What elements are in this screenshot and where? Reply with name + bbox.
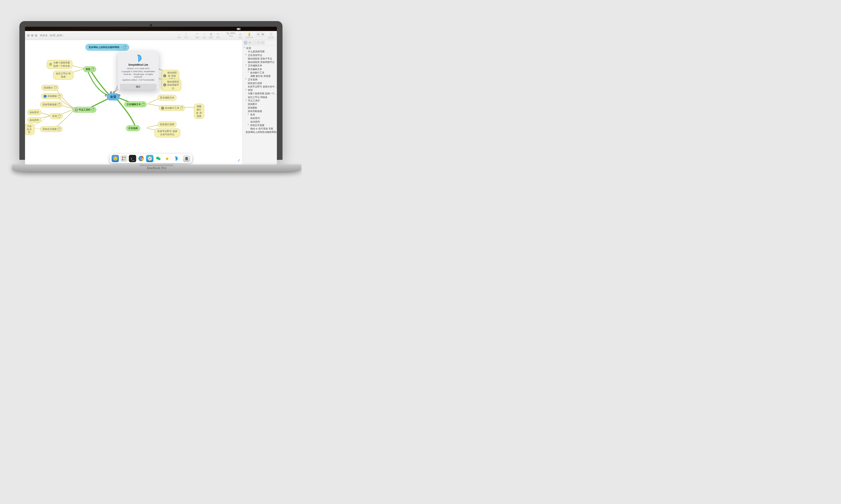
toolbar-segmented[interactable]: ▤▦: [255, 32, 266, 39]
about-ok-button[interactable]: 确定: [120, 84, 157, 90]
node-toolbar[interactable]: ⚙节点工具栏: [72, 107, 97, 113]
node-edit-adjust[interactable]: 调整 换行处 和宽度: [194, 104, 204, 119]
node-select-long[interactable]: 长按节点即可 选择分支中的节点: [154, 128, 180, 138]
about-edition: AppStore edition - Full Functionality: [120, 78, 157, 82]
dock-chrome-icon[interactable]: [138, 155, 145, 162]
toolbar-delete-button[interactable]: 🗑删除: [208, 32, 214, 39]
outline-tree[interactable]: ▾欢迎 什么是思维导图 ▾正在添加节点 拖动或轻按 添加子节点 拖动或轻按 添加…: [243, 46, 277, 135]
about-copyright: Copyright © 2009-2022, ModelMaker Tools …: [120, 70, 157, 78]
toolbar-share-button[interactable]: ⇧共享: [183, 32, 189, 39]
node-layout-free[interactable]: 自由形式: [27, 109, 41, 115]
node-handle-top2[interactable]: ⊕: [113, 91, 115, 93]
external-link-icon: [123, 46, 126, 49]
svg-rect-8: [124, 159, 126, 160]
svg-rect-5: [122, 157, 123, 158]
node-add-sibling[interactable]: ✳拖动或轻按 添加同级节点: [161, 79, 181, 91]
node-layout[interactable]: 布局: [50, 113, 63, 119]
node-crosslink-sub[interactable]: 可添加 关联: [25, 124, 34, 135]
node-tool-img[interactable]: 添加图片: [41, 85, 59, 91]
svg-point-13: [158, 158, 160, 160]
fullscreen-icon[interactable]: ⤢: [237, 158, 240, 162]
panel-tab-4[interactable]: ☑: [257, 41, 260, 44]
dock-trash-icon[interactable]: 🗑: [183, 155, 190, 162]
dock-finder-icon[interactable]: 🙂: [112, 155, 119, 162]
node-type-custom[interactable]: 自定义节点 和线条: [53, 71, 73, 80]
dock-launchpad-icon[interactable]: [120, 155, 128, 162]
svg-rect-6: [124, 157, 126, 158]
external-link-icon: [58, 115, 61, 118]
panel-tab-2[interactable]: ⊞: [248, 41, 252, 44]
dock-wechat-icon[interactable]: [155, 155, 162, 162]
svg-point-15: [158, 158, 158, 158]
about-dialog: SimpleMind Lite Version: 2.0.1 build 267…: [118, 51, 159, 90]
dock-simplemind-icon[interactable]: [172, 155, 179, 162]
node-tool-nav[interactable]: 添加导航链接: [40, 102, 63, 107]
node-edit-double[interactable]: 双击编辑文本: [158, 95, 177, 101]
node-edit-wrap[interactable]: ↩自动换行工具: [159, 105, 185, 111]
wrap-icon: ↩: [161, 107, 164, 110]
external-link-icon: [142, 103, 144, 106]
panel-tab-outline[interactable]: ≡: [244, 41, 247, 44]
macos-dock: 🙂 ›_ 🧭 ◆ 🗑: [110, 154, 192, 163]
node-handle-right[interactable]: ＋: [118, 94, 120, 96]
svg-rect-7: [122, 159, 123, 160]
node-selecting[interactable]: 正在选择: [126, 125, 140, 131]
node-select-tap[interactable]: 轻按进行选择: [158, 122, 177, 127]
battery-icon: [237, 28, 241, 30]
gear-icon: ⚙: [75, 108, 78, 111]
window-zoom-button[interactable]: [35, 34, 37, 37]
outline-panel: ≡ ⊞ □ ☑ ⊟ ▾欢迎 什么是思维导图 ▾正在添加节点 拖动或轻按 添加子节…: [242, 40, 277, 165]
node-handle-top[interactable]: ⋯: [110, 91, 112, 93]
svg-point-14: [157, 158, 157, 158]
external-link-icon: [57, 128, 60, 130]
mindmap-canvas[interactable]: 更多网站上的特色功能和帮助 → 欢迎 ◄ ＋ ⋯ ⊕ 类型 为整个思维导图 选择…: [25, 40, 242, 165]
toolbar-brainstorm-button[interactable]: 💡头脑风暴: [244, 32, 254, 39]
external-link-icon: [58, 95, 61, 97]
document-title: 未命名（欢迎_副本）: [40, 34, 65, 37]
toolbar-add-button[interactable]: ＋添加: [201, 32, 207, 39]
toolbar-save-button[interactable]: ⌵保存: [176, 32, 182, 39]
panel-tab-5[interactable]: ⊟: [261, 41, 264, 44]
svg-point-16: [158, 159, 159, 159]
info-icon: i: [44, 95, 47, 98]
svg-point-11: [140, 158, 142, 159]
plus-icon: ＋: [163, 74, 166, 77]
about-app-name: SimpleMind Lite: [120, 63, 157, 66]
app-logo-icon: [134, 54, 142, 62]
dock-sketch-icon[interactable]: ◆: [164, 155, 171, 162]
asterisk-icon: ✳: [163, 83, 166, 86]
external-link-icon: [180, 107, 183, 109]
dock-terminal-icon[interactable]: ›_: [129, 155, 136, 162]
node-handle-left[interactable]: ◄: [105, 94, 107, 96]
node-editing[interactable]: 正在编辑文本: [124, 102, 147, 107]
app-window: 未命名（欢迎_副本） ⌵保存 ⇧共享 ↶撤销 ＋添加 🗑删除 ⇆布局 🔍100%…: [25, 31, 277, 165]
window-minimize-button[interactable]: [31, 34, 33, 37]
toolbar-inspector-button[interactable]: ☰检查器: [267, 32, 275, 39]
node-type-style[interactable]: 为整个思维导图 选择一个样式表: [47, 60, 72, 69]
window-titlebar: 未命名（欢迎_副本） ⌵保存 ⇧共享 ↶撤销 ＋添加 🗑删除 ⇆布局 🔍100%…: [25, 31, 277, 40]
about-version: Version: 2.0.1 build 2675: [120, 67, 157, 70]
svg-point-17: [159, 159, 160, 159]
external-link-icon: [91, 68, 94, 71]
toolbar-layout-button[interactable]: ⇆布局: [215, 32, 221, 39]
node-layout-auto[interactable]: 自动排列: [27, 117, 41, 123]
toolbar-zoom-button[interactable]: 🔍100% 缩放: [226, 32, 236, 37]
panel-tab-3[interactable]: □: [253, 41, 256, 44]
node-type[interactable]: 类型: [83, 66, 96, 72]
dock-safari-icon[interactable]: 🧭: [146, 155, 154, 162]
window-close-button[interactable]: [27, 34, 30, 37]
toolbar-undo-button[interactable]: ↶撤销: [194, 32, 200, 39]
node-tool-icon[interactable]: i添加图标: [41, 93, 63, 99]
node-banner[interactable]: 更多网站上的特色功能和帮助 →: [85, 44, 129, 51]
palette-icon: [49, 63, 52, 66]
node-center[interactable]: 欢迎: [107, 93, 119, 101]
node-crosslink[interactable]: 添加交叉链接: [40, 126, 63, 132]
external-link-icon: [91, 109, 94, 111]
panel-tabs: ≡ ⊞ □ ☑ ⊟: [243, 40, 277, 46]
toolbar-focus-button[interactable]: ◎对焦: [237, 32, 243, 39]
external-link-icon: [54, 87, 56, 89]
external-link-icon: [57, 103, 60, 106]
